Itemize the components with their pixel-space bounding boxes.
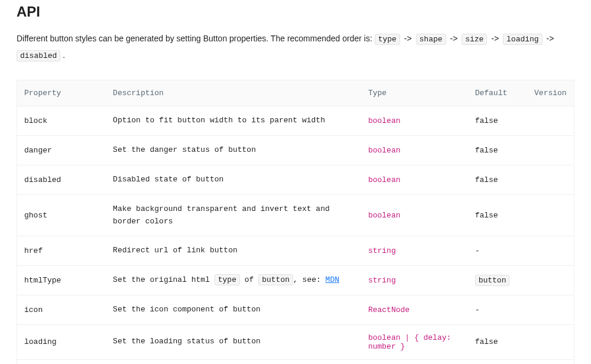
table-row: blockOption to fit button width to its p… bbox=[17, 106, 574, 136]
col-header-description: Description bbox=[106, 80, 361, 106]
cell-type: default|circle| bbox=[361, 359, 468, 364]
intro-order-token: shape bbox=[416, 34, 446, 45]
cell-version bbox=[527, 266, 574, 295]
col-header-type: Type bbox=[361, 80, 468, 106]
cell-description: Set the original html type of button, se… bbox=[106, 266, 361, 295]
cell-description: Make background transparent and invert t… bbox=[106, 194, 361, 236]
cell-text: Make background transparent and invert t… bbox=[113, 204, 330, 226]
cell-text: false bbox=[475, 211, 498, 220]
cell-property: loading bbox=[17, 324, 106, 359]
intro-prefix: Different button styles can be generated… bbox=[17, 34, 375, 43]
cell-text: boolean bbox=[368, 176, 401, 184]
cell-description: Set the loading status of button bbox=[106, 324, 361, 359]
cell-description: Can be set button shape bbox=[106, 359, 361, 364]
cell-default: button bbox=[468, 266, 527, 295]
cell-type: boolean bbox=[361, 136, 468, 165]
cell-type: ReactNode bbox=[361, 295, 468, 324]
cell-description: Set the danger status of button bbox=[106, 136, 361, 165]
inline-code: button bbox=[475, 275, 510, 286]
cell-text: Redirect url of link button bbox=[113, 246, 238, 255]
table-row: shapeCan be set button shapedefault|circ… bbox=[17, 359, 574, 364]
arrow-icon: -> bbox=[544, 34, 554, 43]
cell-property: icon bbox=[17, 295, 106, 324]
cell-version bbox=[527, 165, 574, 194]
intro-paragraph: Different button styles can be generated… bbox=[17, 31, 574, 63]
cell-property: block bbox=[17, 106, 106, 136]
inline-code: type bbox=[215, 274, 240, 285]
arrow-icon: -> bbox=[489, 34, 501, 43]
cell-version bbox=[527, 236, 574, 266]
doc-link[interactable]: MDN bbox=[326, 275, 339, 284]
cell-default: 'default' bbox=[468, 359, 527, 364]
cell-text: boolean | { delay: number } bbox=[368, 333, 451, 351]
table-row: ghostMake background transparent and inv… bbox=[17, 194, 574, 236]
col-header-default: Default bbox=[468, 80, 527, 106]
cell-type: string bbox=[361, 266, 468, 295]
cell-text: of bbox=[240, 275, 258, 284]
cell-version bbox=[527, 295, 574, 324]
cell-text: , see: bbox=[293, 275, 326, 284]
cell-text: Set the loading status of button bbox=[113, 337, 261, 346]
cell-property: disabled bbox=[17, 165, 106, 194]
inline-code: button bbox=[258, 274, 293, 285]
table-header-row: Property Description Type Default Versio… bbox=[17, 80, 574, 106]
table-row: htmlTypeSet the original html type of bu… bbox=[17, 266, 574, 295]
cell-description: Redirect url of link button bbox=[106, 236, 361, 266]
intro-order-token: size bbox=[462, 34, 487, 45]
intro-suffix: . bbox=[60, 50, 65, 60]
cell-text: Disabled state of button bbox=[113, 175, 223, 184]
cell-property: shape bbox=[17, 359, 106, 364]
cell-text: Set the original html bbox=[113, 275, 215, 284]
cell-text: string bbox=[368, 246, 396, 255]
col-header-version: Version bbox=[527, 80, 574, 106]
cell-text: false bbox=[475, 116, 498, 125]
cell-version bbox=[527, 359, 574, 364]
cell-type: string bbox=[361, 236, 468, 266]
cell-text: Option to fit button width to its parent… bbox=[113, 116, 325, 125]
cell-default: false bbox=[468, 194, 527, 236]
cell-version bbox=[527, 324, 574, 359]
cell-default: false bbox=[468, 106, 527, 136]
intro-order-token: loading bbox=[503, 34, 543, 45]
intro-order-token: disabled bbox=[17, 50, 60, 61]
cell-property: danger bbox=[17, 136, 106, 165]
table-row: hrefRedirect url of link buttonstring- bbox=[17, 236, 574, 266]
cell-text: - bbox=[475, 246, 480, 255]
cell-version bbox=[527, 194, 574, 236]
table-row: dangerSet the danger status of buttonboo… bbox=[17, 136, 574, 165]
cell-type: boolean bbox=[361, 106, 468, 136]
arrow-icon: -> bbox=[448, 34, 460, 43]
intro-order-token: type bbox=[375, 34, 400, 45]
cell-description: Disabled state of button bbox=[106, 165, 361, 194]
cell-text: Set the danger status of button bbox=[113, 145, 256, 154]
cell-text: false bbox=[475, 146, 498, 155]
table-row: loadingSet the loading status of buttonb… bbox=[17, 324, 574, 359]
cell-text: string bbox=[368, 276, 396, 285]
cell-text: boolean bbox=[368, 116, 401, 125]
cell-text: false bbox=[475, 176, 498, 184]
table-row: iconSet the icon component of buttonReac… bbox=[17, 295, 574, 324]
cell-default: false bbox=[468, 165, 527, 194]
cell-type: boolean bbox=[361, 165, 468, 194]
col-header-property: Property bbox=[17, 80, 106, 106]
api-table: Property Description Type Default Versio… bbox=[17, 80, 574, 364]
cell-text: boolean bbox=[368, 211, 401, 220]
cell-default: false bbox=[468, 136, 527, 165]
cell-property: ghost bbox=[17, 194, 106, 236]
table-row: disabledDisabled state of buttonbooleanf… bbox=[17, 165, 574, 194]
cell-description: Set the icon component of button bbox=[106, 295, 361, 324]
cell-type: boolean | { delay: number } bbox=[361, 324, 468, 359]
cell-text: Set the icon component of button bbox=[113, 305, 261, 314]
cell-version bbox=[527, 136, 574, 165]
cell-text: false bbox=[475, 337, 498, 346]
cell-property: href bbox=[17, 236, 106, 266]
arrow-icon: -> bbox=[402, 34, 414, 43]
cell-type: boolean bbox=[361, 194, 468, 236]
cell-property: htmlType bbox=[17, 266, 106, 295]
cell-default: false bbox=[468, 324, 527, 359]
cell-text: - bbox=[475, 306, 480, 314]
cell-default: - bbox=[468, 236, 527, 266]
cell-text: ReactNode bbox=[368, 306, 410, 314]
cell-description: Option to fit button width to its parent… bbox=[106, 106, 361, 136]
page-title: API bbox=[17, 0, 574, 20]
